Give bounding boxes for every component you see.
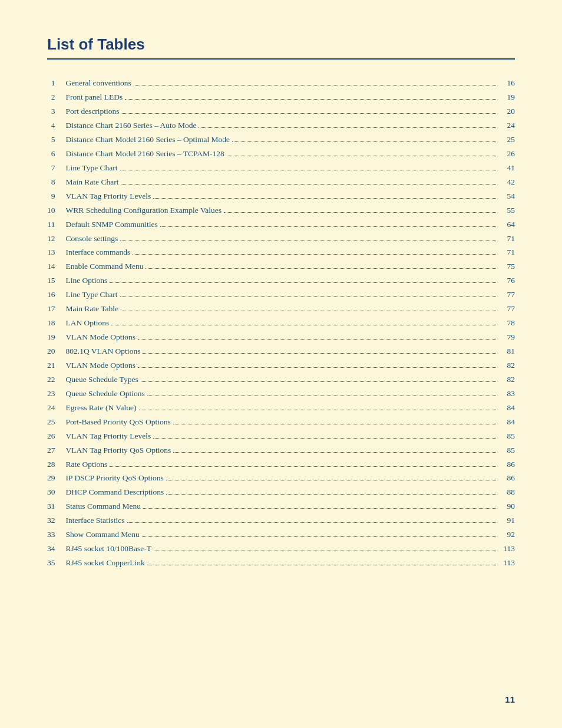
toc-title: IP DSCP Priority QoS Options [66,472,164,484]
toc-num: 29 [47,471,66,485]
toc-dots [122,113,496,114]
toc-num: 8 [47,175,66,189]
toc-row: 23Queue Schedule Options83 [47,387,515,401]
toc-row: 5Distance Chart Model 2160 Series – Opti… [47,133,515,147]
toc-dots [110,282,496,283]
toc-title: Interface commands [66,246,131,258]
toc-entry: WRR Scheduling Configuration Example Val… [66,203,515,217]
toc-dots [160,226,496,227]
toc-dots [147,565,496,565]
toc-page: 88 [498,486,515,498]
toc-dots [173,424,496,424]
toc-entry: Enable Command Menu75 [66,259,515,274]
toc-row: 20802.1Q VLAN Options81 [47,344,515,358]
toc-page: 85 [498,444,515,456]
toc-row: 14Enable Command Menu75 [47,259,515,274]
toc-row: 34RJ45 socket 10/100Base-T113 [47,542,515,556]
toc-row: 22Queue Schedule Types82 [47,373,515,387]
toc-title: Line Options [66,275,108,286]
toc-num: 12 [47,231,66,245]
toc-entry: Show Command Menu92 [66,528,515,542]
toc-entry: Distance Chart Model 2160 Series – TCPAM… [66,147,515,161]
toc-title: RJ45 socket 10/100Base-T [66,543,151,555]
toc-page: 76 [498,275,515,286]
toc-entry: Main Rate Chart42 [66,175,515,189]
toc-row: 31Status Command Menu90 [47,499,515,513]
toc-title: Interface Statistics [66,515,125,526]
toc-entry: LAN Options78 [66,316,515,330]
toc-dots [153,438,496,439]
toc-dots [166,494,496,495]
toc-row: 7Line Type Chart41 [47,161,515,175]
toc-row: 26VLAN Tag Priority Levels85 [47,429,515,443]
toc-page: 25 [498,134,515,146]
toc-title: 802.1Q VLAN Options [66,345,141,357]
toc-num: 32 [47,513,66,528]
toc-entry: RJ45 socket CopperLink113 [66,556,515,570]
toc-page: 64 [498,219,515,230]
toc-dots [133,254,496,255]
toc-num: 21 [47,358,66,373]
toc-title: RJ45 socket CopperLink [66,557,145,569]
toc-row: 29IP DSCP Priority QoS Options86 [47,471,515,485]
toc-page: 83 [498,388,515,400]
toc-entry: VLAN Tag Priority QoS Options85 [66,443,515,457]
toc-page: 91 [498,515,515,526]
toc-dots [146,268,496,269]
toc-page: 85 [498,430,515,442]
toc-dots [232,141,496,142]
toc-row: 11Default SNMP Communities64 [47,217,515,231]
toc-page: 113 [498,543,515,555]
toc-num: 25 [47,415,66,429]
title-divider [47,58,515,60]
toc-entry: Queue Schedule Options83 [66,387,515,401]
toc-row: 13Interface commands71 [47,245,515,259]
toc-dots [134,85,496,85]
toc-page: 16 [498,77,515,89]
toc-entry: Distance Chart 2160 Series – Auto Mode24 [66,118,515,133]
toc-page: 113 [498,557,515,569]
toc-title: General conventions [66,77,131,89]
toc-dots [138,367,496,368]
toc-page: 54 [498,190,515,202]
toc-entry: RJ45 socket 10/100Base-T113 [66,542,515,556]
toc-num: 1 [47,76,66,90]
toc-title: Rate Options [66,459,108,470]
toc-num: 7 [47,161,66,175]
toc-dots [143,353,496,354]
toc-num: 14 [47,259,66,274]
toc-title: Front panel LEDs [66,91,123,103]
toc-dots [121,184,496,185]
toc-row: 17Main Rate Table77 [47,302,515,316]
toc-num: 24 [47,401,66,415]
toc-title: VLAN Mode Options [66,360,136,371]
toc-page: 26 [498,148,515,160]
toc-entry: Rate Options86 [66,457,515,471]
toc-row: 9VLAN Tag Priority Levels54 [47,189,515,203]
toc-page: 20 [498,106,515,117]
toc-page: 19 [498,91,515,103]
toc-entry: Interface Statistics91 [66,513,515,528]
toc-page: 79 [498,331,515,343]
toc-dots [143,508,496,509]
toc-dots [138,339,496,340]
toc-title: VLAN Tag Priority QoS Options [66,444,171,456]
toc-entry: Default SNMP Communities64 [66,217,515,231]
toc-entry: Line Options76 [66,274,515,288]
toc-entry: Console settings71 [66,231,515,245]
toc-title: Console settings [66,233,118,245]
toc-row: 19VLAN Mode Options79 [47,330,515,344]
toc-row: 27VLAN Tag Priority QoS Options85 [47,443,515,457]
toc-title: Main Rate Chart [66,176,119,188]
toc-num: 33 [47,528,66,542]
toc-page: 71 [498,246,515,258]
toc-dots [139,410,496,410]
toc-dots [154,551,496,551]
toc-title: LAN Options [66,317,110,329]
toc-page: 77 [498,289,515,301]
toc-dots [120,297,496,297]
toc-title: Queue Schedule Options [66,388,145,400]
toc-entry: Interface commands71 [66,245,515,259]
toc-dots [153,198,496,199]
toc-num: 2 [47,90,66,104]
